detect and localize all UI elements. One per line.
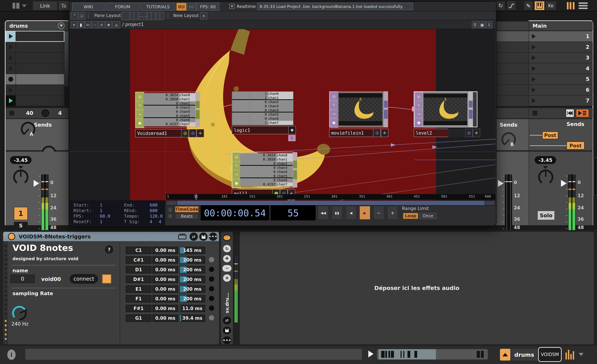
- node-flags[interactable]: ◎ϟ→●: [232, 152, 241, 188]
- note-delay[interactable]: 0.00 ms: [152, 315, 178, 322]
- clip-play-icon[interactable]: [6, 63, 16, 74]
- return-track-header[interactable]: [496, 22, 529, 30]
- clip-record-icon[interactable]: [6, 74, 16, 84]
- mixer-levels-icon[interactable]: [566, 349, 576, 359]
- node-star-icon[interactable]: ✦: [473, 129, 480, 137]
- bookmark-star-icon[interactable]: ★: [105, 21, 112, 28]
- note-delay[interactable]: 0.00 ms: [152, 276, 178, 283]
- chain-hot-swap-icon[interactable]: ⇄: [223, 317, 231, 324]
- node-name[interactable]: logic1: [232, 126, 290, 134]
- quantize-value[interactable]: 4: [58, 110, 62, 116]
- return-scene-row[interactable]: [496, 31, 529, 42]
- layout-preset-3[interactable]: [139, 12, 147, 20]
- frame-ruler[interactable]: 1 51 101 151 201 251 301 351 401 451 501…: [166, 194, 495, 200]
- clone-flag-icon[interactable]: ϟ: [330, 101, 338, 110]
- clip-play-icon[interactable]: [6, 42, 16, 52]
- note-name[interactable]: C1: [126, 247, 151, 254]
- note-length[interactable]: 200 ms: [180, 266, 205, 273]
- note-length[interactable]: 39.4 ms: [180, 315, 205, 322]
- output-connector-strip[interactable]: [468, 92, 473, 127]
- loop-button[interactable]: Loop: [403, 213, 418, 219]
- node-name[interactable]: moviefilein1: [329, 129, 375, 137]
- note-length[interactable]: 145 ms: [180, 247, 205, 254]
- selected-track-label[interactable]: drums: [511, 349, 537, 361]
- clip-slot[interactable]: [6, 85, 64, 95]
- fixed-length-value[interactable]: 40: [26, 110, 33, 116]
- note-delay[interactable]: 0.00 ms: [152, 295, 178, 303]
- clip-slot[interactable]: [6, 31, 64, 42]
- network-path[interactable]: / project1: [122, 22, 144, 27]
- export-flag-icon[interactable]: →: [136, 110, 144, 119]
- audio-effect-drop-area[interactable]: Déposer ici les effets audio: [240, 232, 594, 344]
- note-name[interactable]: D1: [126, 266, 151, 273]
- clone-flag-icon[interactable]: ϟ: [136, 101, 144, 110]
- note-length[interactable]: 200 ms: [180, 276, 205, 283]
- clip-stop-button[interactable]: [9, 111, 14, 116]
- midi-keyboard-icon[interactable]: [535, 1, 544, 10]
- chevron-down-icon[interactable]: [579, 353, 583, 356]
- node-moviefilein1[interactable]: ◎ϟ→● moviefilein1 ✦: [329, 91, 389, 137]
- tap-button[interactable]: Ta: [59, 1, 69, 10]
- bypass-flag-icon[interactable]: ●: [415, 118, 423, 127]
- maximize-icon[interactable]: ▣: [479, 21, 486, 28]
- i-button[interactable]: I: [167, 213, 173, 219]
- note-delay[interactable]: 0.00 ms: [152, 266, 178, 273]
- scene-row[interactable]: 1: [529, 31, 593, 42]
- track-activator-button[interactable]: 1: [14, 207, 28, 220]
- network-editor[interactable]: ◎ϟ→● 0.3024chan0 0.3858chan1 0chan2 0cha…: [69, 29, 495, 200]
- chain-add-icon[interactable]: ✚: [223, 255, 231, 262]
- scene-row[interactable]: 7: [529, 96, 593, 106]
- note-delay[interactable]: 0.00 ms: [152, 247, 178, 254]
- node-expand-icon[interactable]: ⇩: [288, 135, 296, 141]
- stop-all-clips-button[interactable]: [533, 111, 537, 116]
- chain-minimize-icon[interactable]: −: [222, 265, 231, 272]
- viewer-flag-icon[interactable]: ◎: [330, 92, 338, 101]
- solo-button[interactable]: S: [14, 222, 28, 229]
- node-name[interactable]: level2: [414, 129, 450, 137]
- pan-knob[interactable]: [13, 170, 28, 185]
- viewer-flag-icon[interactable]: ◎: [136, 92, 144, 101]
- clip-play-icon[interactable]: [6, 85, 16, 95]
- node-flags[interactable]: ◎ϟ→●: [414, 92, 423, 127]
- bypass-flag-icon[interactable]: ●: [136, 119, 144, 128]
- send-a-knob[interactable]: A: [21, 122, 35, 136]
- timeline-info-panel[interactable]: Start:1 RStart:1 FPS:60.0 ResetF:1 End:6…: [69, 200, 165, 225]
- chain-name-vertical[interactable]: sv.dru...: [224, 285, 229, 313]
- node-star-icon[interactable]: ✦: [196, 129, 204, 137]
- realtime-checkbox[interactable]: ✕: [229, 4, 235, 9]
- wiki-button[interactable]: WIKI: [72, 3, 105, 11]
- frame-plus-button[interactable]: +: [387, 206, 398, 220]
- arrow-down-icon[interactable]: ⇩: [486, 21, 492, 28]
- solo-button[interactable]: Solo: [538, 211, 554, 220]
- output-connector-strip[interactable]: [293, 152, 297, 188]
- note-name[interactable]: F1: [126, 295, 151, 303]
- drums-track-header[interactable]: drums: [6, 22, 69, 30]
- pane-type-icon[interactable]: ▮: [78, 21, 84, 28]
- export-flag-icon[interactable]: →: [233, 170, 240, 179]
- timecode-display[interactable]: 00:00:00.54: [201, 205, 269, 220]
- note-delay[interactable]: 0.00 ms: [152, 256, 178, 264]
- note-name[interactable]: F#1: [126, 305, 151, 312]
- note-delay[interactable]: 0.00 ms: [152, 285, 178, 293]
- groove-knob[interactable]: [42, 109, 49, 117]
- hamburger-menu-icon[interactable]: [579, 2, 588, 9]
- automation-curve-icon[interactable]: [507, 1, 516, 10]
- device-chain-strip[interactable]: ↻ ✚ − ≡ sv.dru... ⇄ •••: [221, 232, 233, 344]
- playhead[interactable]: [196, 194, 196, 200]
- tutorials-button[interactable]: TUTORIALS: [141, 3, 175, 11]
- key-map-button[interactable]: Ke: [546, 1, 556, 10]
- save-layout-icon[interactable]: ⍗: [78, 12, 85, 20]
- chain-more-icon[interactable]: •••: [223, 336, 231, 344]
- slash-button[interactable]: /: [167, 207, 173, 212]
- bypass-flag-icon[interactable]: ●: [330, 119, 338, 127]
- arrangement-overview[interactable]: [377, 349, 488, 359]
- timecode-mode-button[interactable]: TimeCode: [175, 206, 198, 212]
- layout-preset-5[interactable]: [156, 12, 164, 20]
- volume-value[interactable]: -3.45: [10, 156, 31, 164]
- note-length[interactable]: 11.0 ms: [180, 305, 205, 312]
- clip-play-icon[interactable]: [6, 53, 16, 63]
- volume-value[interactable]: -3.45: [535, 156, 556, 164]
- range-region[interactable]: [177, 201, 485, 205]
- send-a-post-button[interactable]: Post: [542, 131, 558, 139]
- chevron-down-icon[interactable]: [22, 5, 27, 7]
